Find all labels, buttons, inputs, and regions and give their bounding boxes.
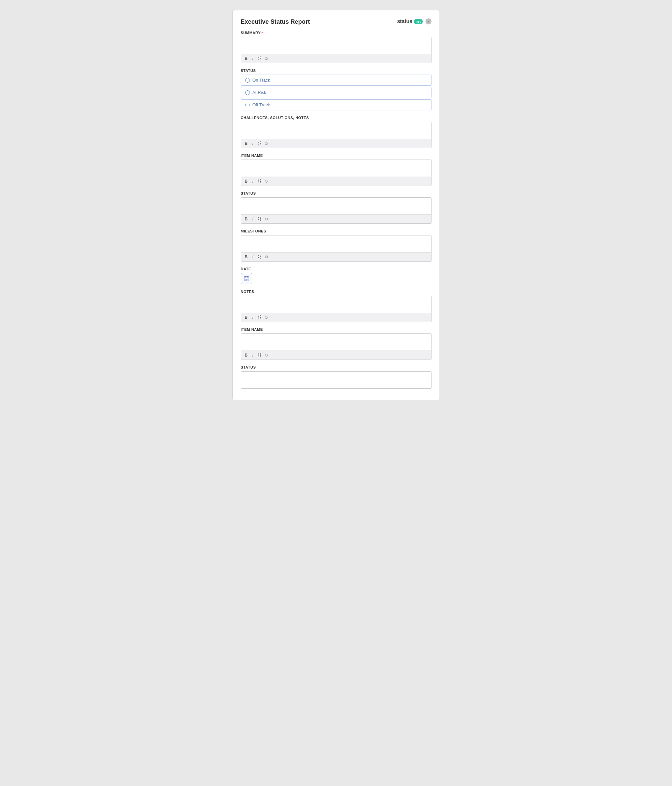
status-3-editor: [241, 371, 431, 389]
item-name-2-link-icon[interactable]: ⛓: [257, 352, 261, 358]
status-label: STATUS: [241, 69, 431, 72]
status-option-at-risk[interactable]: At Risk: [241, 87, 431, 98]
modal: Executive Status Report status net × SUM…: [233, 10, 440, 400]
item-name-1-link-icon[interactable]: ⛓: [257, 179, 261, 184]
header-right: status net ×: [397, 18, 431, 24]
notes-label: NOTES: [241, 290, 431, 294]
date-label: DATE: [241, 267, 431, 271]
item-name-1-section: ITEM NAME B I ⛓ ☺: [241, 154, 431, 186]
milestones-section: MILESTONES B I ⛓ ☺: [241, 229, 431, 261]
summary-input[interactable]: [241, 37, 431, 52]
item-name-1-label: ITEM NAME: [241, 154, 431, 157]
required-indicator: *: [261, 31, 263, 35]
radio-on-track: [245, 78, 250, 83]
brand-text: status: [397, 18, 412, 24]
milestones-input[interactable]: [241, 236, 431, 251]
date-section: DATE: [241, 267, 431, 284]
item-name-1-input[interactable]: [241, 160, 431, 175]
svg-rect-8: [246, 280, 247, 281]
svg-rect-4: [245, 279, 246, 280]
status-3-section: STATUS: [241, 365, 431, 389]
brand-logo: status net: [397, 18, 422, 24]
milestones-toolbar: B I ⛓ ☺: [241, 252, 431, 261]
challenges-link-icon[interactable]: ⛓: [257, 141, 261, 146]
status-option-off-track[interactable]: Off Track: [241, 99, 431, 110]
item-name-2-section: ITEM NAME B I ⛓ ☺: [241, 327, 431, 360]
status-3-input[interactable]: [241, 372, 431, 387]
svg-rect-5: [246, 279, 247, 280]
item-name-2-emoji-icon[interactable]: ☺: [264, 352, 269, 358]
status-2-italic-button[interactable]: I: [251, 216, 254, 222]
item-name-2-toolbar: B I ⛓ ☺: [241, 351, 431, 360]
modal-header: Executive Status Report status net ×: [241, 18, 431, 25]
close-button[interactable]: ×: [425, 18, 431, 24]
summary-editor: B I ⛓ ☺: [241, 37, 431, 63]
item-name-1-editor: B I ⛓ ☺: [241, 160, 431, 186]
notes-section: NOTES B I ⛓ ☺: [241, 290, 431, 322]
milestones-link-icon[interactable]: ⛓: [257, 254, 261, 259]
status-option-on-track[interactable]: On Track: [241, 75, 431, 86]
item-name-2-editor: B I ⛓ ☺: [241, 333, 431, 360]
item-name-2-label: ITEM NAME: [241, 327, 431, 332]
summary-link-icon[interactable]: ⛓: [257, 56, 261, 61]
milestones-italic-button[interactable]: I: [251, 254, 254, 259]
challenges-italic-button[interactable]: I: [251, 141, 254, 146]
milestones-editor: B I ⛓ ☺: [241, 235, 431, 261]
summary-italic-button[interactable]: I: [251, 56, 254, 61]
status-options: On Track At Risk Off Track: [241, 75, 431, 110]
challenges-emoji-icon[interactable]: ☺: [264, 141, 269, 146]
item-name-1-emoji-icon[interactable]: ☺: [264, 179, 269, 184]
item-name-1-italic-button[interactable]: I: [251, 179, 254, 184]
status-on-track-label: On Track: [253, 78, 270, 83]
calendar-icon: [244, 276, 249, 281]
notes-italic-button[interactable]: I: [251, 315, 254, 320]
date-picker-button[interactable]: [241, 273, 252, 284]
status-2-emoji-icon[interactable]: ☺: [264, 216, 269, 222]
brand-badge: net: [414, 19, 423, 24]
status-2-section: STATUS B I ⛓ ☺: [241, 191, 431, 224]
summary-label: SUMMARY*: [241, 31, 431, 35]
item-name-2-bold-button[interactable]: B: [244, 352, 249, 358]
status-2-editor: B I ⛓ ☺: [241, 197, 431, 224]
notes-editor: B I ⛓ ☺: [241, 296, 431, 322]
status-section: STATUS On Track At Risk Off Track: [241, 69, 431, 110]
notes-link-icon[interactable]: ⛓: [257, 315, 261, 320]
modal-title: Executive Status Report: [241, 18, 310, 25]
svg-rect-6: [247, 279, 248, 280]
status-2-link-icon[interactable]: ⛓: [257, 216, 261, 222]
challenges-bold-button[interactable]: B: [244, 141, 249, 146]
status-3-label: STATUS: [241, 365, 431, 369]
notes-emoji-icon[interactable]: ☺: [264, 315, 269, 320]
summary-section: SUMMARY* B I ⛓ ☺: [241, 31, 431, 63]
notes-toolbar: B I ⛓ ☺: [241, 313, 431, 322]
status-2-bold-button[interactable]: B: [244, 216, 249, 222]
milestones-label: MILESTONES: [241, 229, 431, 233]
summary-bold-button[interactable]: B: [244, 56, 249, 61]
summary-emoji-icon[interactable]: ☺: [264, 56, 269, 61]
challenges-toolbar: B I ⛓ ☺: [241, 139, 431, 148]
item-name-1-toolbar: B I ⛓ ☺: [241, 177, 431, 185]
summary-toolbar: B I ⛓ ☺: [241, 54, 431, 63]
milestones-bold-button[interactable]: B: [244, 254, 249, 259]
challenges-label: CHALLENGES, SOLUTIONS, NOTES: [241, 116, 431, 120]
radio-at-risk: [245, 90, 250, 95]
radio-off-track: [245, 103, 250, 107]
challenges-input[interactable]: [241, 122, 431, 137]
status-at-risk-label: At Risk: [253, 90, 266, 95]
challenges-editor: B I ⛓ ☺: [241, 122, 431, 148]
status-2-toolbar: B I ⛓ ☺: [241, 214, 431, 223]
item-name-2-italic-button[interactable]: I: [251, 352, 254, 358]
notes-input[interactable]: [241, 296, 431, 311]
status-2-input[interactable]: [241, 198, 431, 213]
svg-rect-7: [245, 280, 246, 281]
status-2-label: STATUS: [241, 191, 431, 195]
item-name-2-input[interactable]: [241, 334, 431, 349]
status-off-track-label: Off Track: [253, 102, 270, 107]
challenges-section: CHALLENGES, SOLUTIONS, NOTES B I ⛓ ☺: [241, 116, 431, 148]
milestones-emoji-icon[interactable]: ☺: [264, 254, 269, 259]
notes-bold-button[interactable]: B: [244, 315, 249, 320]
item-name-1-bold-button[interactable]: B: [244, 179, 249, 184]
